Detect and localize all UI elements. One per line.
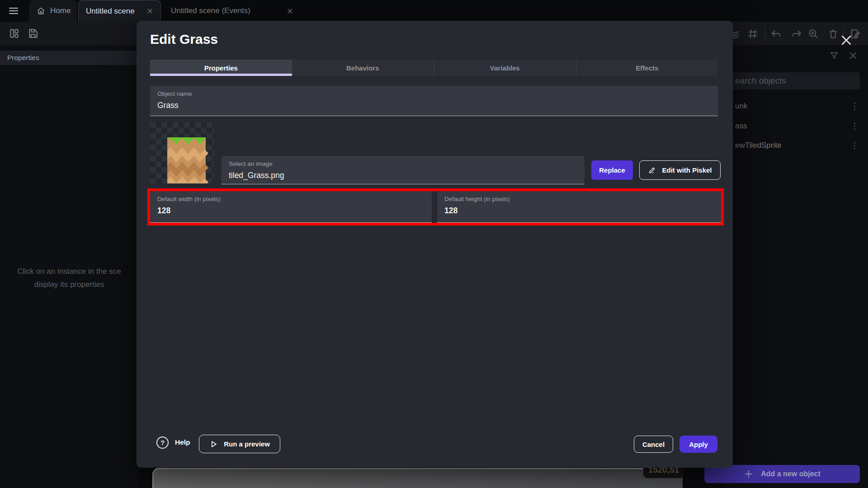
replace-button[interactable]: Replace bbox=[591, 160, 633, 180]
home-icon bbox=[36, 6, 46, 16]
run-preview-button[interactable]: Run a preview bbox=[199, 435, 280, 453]
object-list-item[interactable]: unk ⋮ bbox=[725, 96, 868, 117]
close-panel-icon[interactable] bbox=[848, 51, 858, 61]
pencil-icon bbox=[648, 166, 656, 174]
cancel-button[interactable]: Cancel bbox=[634, 436, 673, 453]
close-tab-icon[interactable] bbox=[287, 8, 293, 14]
search-objects-input[interactable]: earch objects bbox=[719, 72, 860, 89]
help-label: Help bbox=[175, 438, 190, 446]
add-new-object-button[interactable]: Add a new object bbox=[704, 465, 860, 483]
tab-home-label: Home bbox=[50, 6, 71, 15]
top-tab-bar: Home Untitled scene Untitled scene (Even… bbox=[0, 0, 868, 22]
tab-behaviors[interactable]: Behaviors bbox=[292, 60, 434, 76]
redo-icon[interactable] bbox=[790, 28, 802, 40]
object-list-item[interactable]: ewTiledSprite ⋮ bbox=[725, 136, 868, 156]
help-icon: ? bbox=[156, 436, 169, 449]
default-height-label: Default height (in pixels) bbox=[444, 196, 714, 202]
undo-icon[interactable] bbox=[771, 28, 783, 40]
properties-panel-title: Properties bbox=[0, 51, 138, 65]
scene-canvas[interactable] bbox=[152, 468, 683, 488]
tab-effects[interactable]: Effects bbox=[576, 60, 718, 76]
edit-with-piskel-label: Edit with Piskel bbox=[662, 166, 712, 174]
toolbar-separator bbox=[765, 26, 765, 41]
objects-panel: earch objects unk ⋮ ass ⋮ ewTiledSprite … bbox=[725, 45, 868, 488]
run-preview-label: Run a preview bbox=[224, 440, 270, 448]
panel-layout-icon[interactable] bbox=[8, 28, 20, 39]
default-width-value: 128 bbox=[157, 206, 425, 216]
default-height-value: 128 bbox=[444, 206, 714, 216]
default-height-field[interactable]: Default height (in pixels) 128 bbox=[437, 191, 721, 223]
add-new-object-label: Add a new object bbox=[761, 470, 821, 478]
properties-empty-message: Click on an instance in the sce display … bbox=[0, 265, 138, 291]
object-list-item[interactable]: ass ⋮ bbox=[725, 116, 868, 136]
edit-object-dialog: Edit Grass Properties Behaviors Variable… bbox=[137, 21, 733, 468]
grid-icon[interactable] bbox=[747, 28, 759, 40]
edit-with-piskel-button[interactable]: Edit with Piskel bbox=[639, 160, 721, 180]
tab-events-label: Untitled scene (Events) bbox=[171, 6, 250, 15]
object-name: ass bbox=[735, 122, 747, 131]
tab-untitled-scene[interactable]: Untitled scene bbox=[78, 0, 161, 22]
object-name-field[interactable]: Object name Grass bbox=[150, 86, 718, 116]
close-tab-icon[interactable] bbox=[146, 8, 153, 14]
object-name: unk bbox=[735, 102, 747, 111]
object-name-label: Object name bbox=[157, 90, 711, 97]
default-width-label: Default width (in pixels) bbox=[157, 196, 425, 202]
kebab-menu-icon[interactable]: ⋮ bbox=[850, 121, 859, 131]
kebab-menu-icon[interactable]: ⋮ bbox=[850, 140, 859, 151]
apply-button[interactable]: Apply bbox=[679, 436, 717, 453]
object-name: ewTiledSprite bbox=[735, 141, 781, 150]
tab-scene-label: Untitled scene bbox=[86, 7, 135, 16]
hamburger-menu-icon[interactable] bbox=[7, 5, 20, 16]
select-image-field[interactable]: Select an image tiled_Grass.png bbox=[222, 156, 585, 184]
select-image-label: Select an image bbox=[229, 160, 577, 167]
tab-untitled-scene-events[interactable]: Untitled scene (Events) bbox=[164, 0, 301, 22]
properties-panel: Properties Click on an instance in the s… bbox=[0, 45, 138, 488]
object-image-thumbnail[interactable] bbox=[150, 122, 214, 183]
plus-icon bbox=[744, 469, 754, 479]
kebab-menu-icon[interactable]: ⋮ bbox=[850, 101, 859, 112]
tab-home[interactable]: Home bbox=[29, 0, 77, 22]
save-icon[interactable] bbox=[27, 28, 39, 39]
select-image-value: tiled_Grass.png bbox=[229, 171, 577, 180]
dialog-title: Edit Grass bbox=[150, 32, 218, 47]
default-width-field[interactable]: Default width (in pixels) 128 bbox=[150, 191, 432, 223]
filter-icon[interactable] bbox=[829, 51, 839, 61]
object-name-value: Grass bbox=[157, 101, 711, 110]
play-icon bbox=[209, 440, 218, 449]
help-button[interactable]: ? Help bbox=[156, 435, 190, 450]
tab-properties[interactable]: Properties bbox=[150, 60, 292, 76]
trash-icon[interactable] bbox=[827, 28, 839, 40]
zoom-in-icon[interactable] bbox=[807, 28, 819, 40]
properties-empty-line1: Click on an instance in the sce bbox=[0, 265, 138, 278]
close-dialog-icon[interactable] bbox=[840, 33, 853, 47]
properties-empty-line2: display its properties bbox=[0, 278, 138, 291]
tab-variables[interactable]: Variables bbox=[434, 60, 576, 76]
dialog-tabs: Properties Behaviors Variables Effects bbox=[150, 60, 718, 76]
